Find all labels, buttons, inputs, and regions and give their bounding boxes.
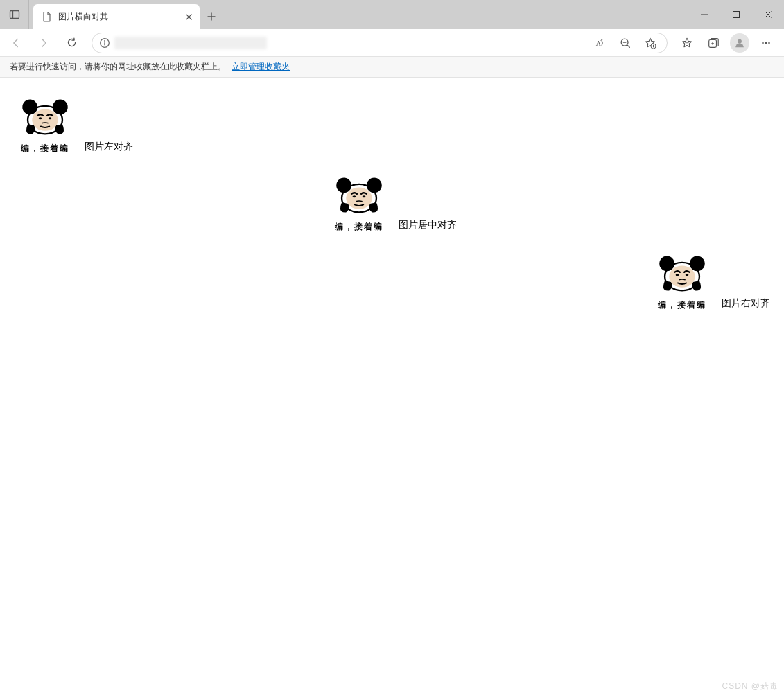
meme-image-center: 编，接着编 <box>328 175 390 233</box>
collections-button[interactable] <box>702 32 724 54</box>
svg-point-25 <box>768 42 770 44</box>
back-button[interactable] <box>4 31 28 55</box>
panda-icon <box>655 254 709 295</box>
label-right-align: 图片右对齐 <box>722 297 770 311</box>
svg-point-22 <box>738 39 742 43</box>
tab-actions-button[interactable] <box>0 0 29 29</box>
row-right-align: 编，接着编 图片右对齐 <box>14 254 770 311</box>
row-left-align: 编，接着编 图片左对齐 <box>14 97 770 155</box>
minimize-button[interactable] <box>688 0 720 29</box>
meme-image-right: 编，接着编 <box>651 254 713 311</box>
panda-icon <box>332 175 386 217</box>
svg-point-23 <box>762 42 764 44</box>
url-blurred <box>114 37 267 49</box>
new-tab-button[interactable] <box>200 4 223 29</box>
more-button[interactable] <box>755 32 777 54</box>
profile-button[interactable] <box>729 32 751 54</box>
window-controls <box>688 0 784 29</box>
browser-toolbar: A» <box>0 29 784 57</box>
svg-line-16 <box>627 44 629 46</box>
file-icon <box>42 11 53 22</box>
close-window-button[interactable] <box>752 0 784 29</box>
forward-button[interactable] <box>32 31 55 55</box>
refresh-button[interactable] <box>60 31 83 55</box>
meme-image-left: 编，接着编 <box>14 97 76 155</box>
manage-favorites-link[interactable]: 立即管理收藏夹 <box>232 61 290 73</box>
favorites-bar: 若要进行快速访问，请将你的网址收藏放在此收藏夹栏上。 立即管理收藏夹 <box>0 57 784 78</box>
svg-text:»: » <box>600 37 603 42</box>
meme-caption: 编，接着编 <box>335 221 383 233</box>
svg-rect-9 <box>733 12 740 18</box>
label-left-align: 图片左对齐 <box>85 141 133 155</box>
maximize-button[interactable] <box>720 0 752 29</box>
browser-tab[interactable]: 图片横向对其 <box>33 4 200 29</box>
svg-point-11 <box>104 40 105 42</box>
title-bar: 图片横向对其 <box>0 0 784 29</box>
page-content: 编，接着编 图片左对齐 编，接着编 图片居中对齐 编，接着编 图片右对齐 CSD… <box>0 78 784 695</box>
zoom-icon[interactable] <box>614 32 636 54</box>
meme-caption: 编，接着编 <box>658 299 706 311</box>
site-info-icon[interactable] <box>99 37 110 49</box>
watermark: CSDN @菇毒 <box>722 680 778 692</box>
svg-point-24 <box>765 42 767 44</box>
svg-rect-6 <box>10 11 19 19</box>
tab-close-button[interactable] <box>183 11 194 22</box>
favorites-button[interactable] <box>676 32 698 54</box>
favorites-prompt: 若要进行快速访问，请将你的网址收藏放在此收藏夹栏上。 <box>10 61 226 73</box>
row-center-align: 编，接着编 图片居中对齐 <box>14 175 770 233</box>
tab-title: 图片横向对其 <box>58 11 177 23</box>
read-aloud-icon[interactable]: A» <box>589 32 611 54</box>
label-center-align: 图片居中对齐 <box>399 219 457 233</box>
meme-caption: 编，接着编 <box>21 143 69 155</box>
add-favorite-icon[interactable] <box>639 32 661 54</box>
svg-rect-12 <box>104 42 105 46</box>
avatar-icon <box>730 33 749 53</box>
address-bar[interactable]: A» <box>92 33 668 53</box>
panda-icon <box>18 97 72 139</box>
